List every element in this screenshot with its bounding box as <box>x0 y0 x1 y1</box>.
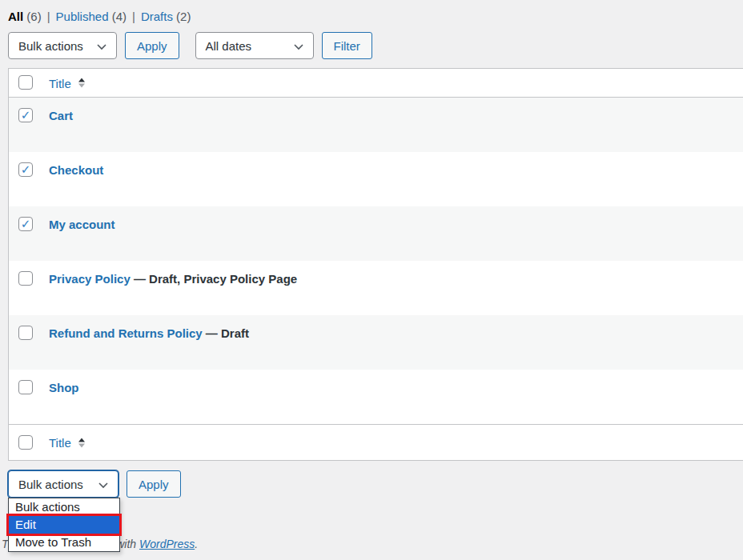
bottom-toolbar: Bulk actions Apply Bulk actionsEditMove … <box>8 470 743 498</box>
table-row: ✓ Checkout <box>9 152 743 206</box>
row-title: Refund and Returns Policy — Draft <box>49 326 249 340</box>
chevron-down-icon <box>292 40 305 53</box>
filter-button[interactable]: Filter <box>322 32 372 59</box>
row-checkbox[interactable]: ✓ <box>18 271 33 286</box>
filter-drafts-link[interactable]: Drafts <box>141 10 173 23</box>
apply-button-top[interactable]: Apply <box>125 32 179 59</box>
check-icon: ✓ <box>21 109 31 121</box>
sort-indicator <box>78 438 85 447</box>
row-title: Cart <box>49 109 73 122</box>
row-checkbox[interactable]: ✓ <box>18 380 33 394</box>
table-footer-row: ✓ Title <box>9 424 743 460</box>
select-all-checkbox[interactable]: ✓ <box>18 75 33 90</box>
row-title-link[interactable]: Checkout <box>49 163 103 177</box>
table-header-row: ✓ Title <box>9 69 743 98</box>
dropdown-option-bulk-actions[interactable]: Bulk actions <box>9 498 119 516</box>
row-status-suffix: — Draft, Privacy Policy Page <box>131 272 297 286</box>
dropdown-option-move-to-trash[interactable]: Move to Trash <box>9 534 119 551</box>
row-title-link[interactable]: Privacy Policy <box>49 272 131 286</box>
row-title-link[interactable]: Shop <box>49 381 79 394</box>
sort-desc-icon <box>78 443 85 447</box>
bulk-actions-dropdown: Bulk actionsEditMove to Trash <box>8 498 120 552</box>
table-row: ✓ Privacy Policy — Draft, Privacy Policy… <box>9 261 743 315</box>
sort-desc-icon <box>78 84 85 88</box>
row-checkbox[interactable]: ✓ <box>18 217 33 231</box>
apply-button-bottom[interactable]: Apply <box>127 470 181 498</box>
pages-list-screen: All (6) | Published (4) | Drafts (2) Bul… <box>0 0 743 560</box>
filter-published-count: (4) <box>112 10 127 23</box>
bulk-actions-select-top[interactable]: Bulk actions <box>8 32 117 59</box>
table-row: ✓ Shop <box>9 370 743 424</box>
row-title-link[interactable]: Refund and Returns Policy <box>49 326 203 340</box>
row-title-link[interactable]: Cart <box>49 109 73 122</box>
filter-drafts-count: (2) <box>176 10 191 23</box>
table-rows: ✓ Cart ✓ Checkout ✓ My account ✓ Privacy… <box>9 98 743 424</box>
check-icon: ✓ <box>21 163 31 175</box>
top-toolbar: Bulk actions Apply All dates Filter <box>8 32 743 59</box>
title-column-label: Title <box>49 76 71 90</box>
row-checkbox[interactable]: ✓ <box>18 108 33 122</box>
bulk-actions-select-top-value: Bulk actions <box>18 39 83 53</box>
row-title: My account <box>49 218 115 231</box>
table-row: ✓ Cart <box>9 98 743 152</box>
sort-asc-icon <box>78 78 85 82</box>
chevron-down-icon <box>97 478 110 491</box>
title-column-sort-link[interactable]: Title <box>49 76 85 90</box>
dates-filter-select-value: All dates <box>206 39 252 53</box>
filter-all-count: (6) <box>26 10 41 23</box>
dates-filter-select[interactable]: All dates <box>195 32 314 59</box>
sort-asc-icon <box>78 438 85 442</box>
row-checkbox[interactable]: ✓ <box>18 326 33 340</box>
chevron-down-icon <box>95 40 108 53</box>
row-title: Privacy Policy — Draft, Privacy Policy P… <box>49 272 297 286</box>
filter-published-link[interactable]: Published <box>56 10 109 23</box>
title-column-sort-link-bottom[interactable]: Title <box>49 436 85 450</box>
row-checkbox[interactable]: ✓ <box>18 162 33 177</box>
bulk-actions-select-bottom-value: Bulk actions <box>18 478 83 491</box>
row-title: Checkout <box>49 163 103 177</box>
filter-separator: | <box>47 10 50 23</box>
title-column-label: Title <box>49 436 71 450</box>
row-title-link[interactable]: My account <box>49 218 115 231</box>
bulk-actions-select-bottom[interactable]: Bulk actions <box>8 470 118 498</box>
pages-table: ✓ Title ✓ Cart ✓ Checkout ✓ My account ✓ <box>8 68 743 461</box>
filter-all-link[interactable]: All <box>8 10 23 23</box>
sort-indicator <box>78 78 85 88</box>
table-row: ✓ My account <box>9 206 743 261</box>
row-title: Shop <box>49 381 79 394</box>
dropdown-option-edit[interactable]: Edit <box>9 516 119 534</box>
filter-separator: | <box>132 10 135 23</box>
row-status-suffix: — Draft <box>203 326 249 340</box>
wordpress-link[interactable]: WordPress <box>139 538 195 550</box>
check-icon: ✓ <box>21 218 31 230</box>
select-all-checkbox-bottom[interactable]: ✓ <box>18 435 33 450</box>
table-row: ✓ Refund and Returns Policy — Draft <box>9 315 743 370</box>
status-filter-links: All (6) | Published (4) | Drafts (2) <box>0 0 743 23</box>
footer-credit-period: . <box>195 538 198 550</box>
